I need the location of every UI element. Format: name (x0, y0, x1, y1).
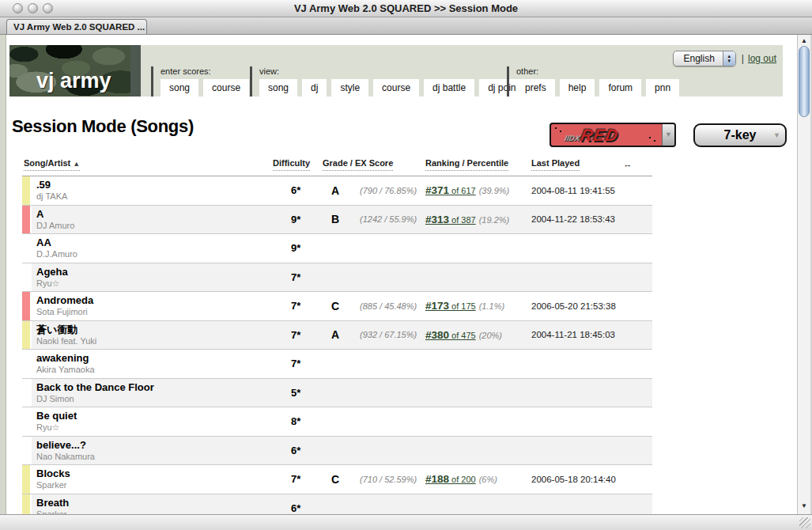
table-row: 蒼い衝動Naoki feat. Yuki7*A(932 / 67.15%)#38… (22, 321, 652, 350)
close-window-button[interactable] (13, 3, 23, 13)
nav-button-forum[interactable]: forum (599, 79, 641, 97)
song-title[interactable]: awakening (36, 352, 269, 365)
nav-group-label: enter scores: (161, 66, 211, 76)
table-row: AndromedaSota Fujimori7*C(885 / 45.48%)#… (22, 292, 652, 321)
row-marker (22, 206, 30, 234)
table-row: believe...?Nao Nakamura6* (22, 437, 652, 466)
rank-number: #380 (425, 329, 449, 341)
song-title[interactable]: .59 (36, 179, 269, 191)
song-title[interactable]: Andromeda (36, 294, 269, 307)
nav-button-style[interactable]: style (331, 79, 368, 97)
sort-ascending-icon: ▲ (73, 160, 80, 168)
last-played: 2004-08-11 19:41:55 (527, 186, 652, 195)
vertical-scrollbar[interactable]: ▲ ▼ (797, 35, 810, 514)
song-artist: DJ Amuro (36, 221, 269, 231)
row-marker (22, 234, 30, 263)
song-cell: ADJ Amuro (36, 206, 269, 234)
ranking-link[interactable]: #313 of 387 (425, 215, 476, 225)
song-title[interactable]: Blocks (36, 468, 269, 480)
scrollbar-thumb[interactable] (799, 46, 810, 117)
status-bar (0, 514, 812, 530)
column-header-last-played[interactable]: Last Played (531, 158, 580, 171)
song-artist: DJ Simon (36, 394, 269, 404)
ranking-link[interactable]: #188 of 200 (425, 475, 476, 484)
vj-army-logo[interactable]: vj army (9, 45, 141, 97)
difficulty-value: 7* (269, 473, 316, 485)
song-title[interactable]: A (36, 208, 269, 221)
site-header: vj army enter scores:songcourseview:song… (9, 45, 783, 97)
song-title[interactable]: AA (36, 237, 269, 249)
percentile: (19.2%) (479, 215, 510, 225)
minimize-window-button[interactable] (28, 3, 38, 13)
ranking-link[interactable]: #371 of 617 (425, 186, 476, 195)
language-select[interactable]: English ▲▼ (673, 51, 735, 66)
window-left-edge (0, 35, 6, 514)
logout-link[interactable]: log out (748, 53, 776, 64)
iidx-red-logo: IIDXRED (563, 126, 620, 145)
column-header-extra[interactable]: -- (625, 160, 630, 169)
difficulty-value: 6* (269, 502, 316, 514)
song-cell: 蒼い衝動Naoki feat. Yuki (36, 321, 269, 350)
resize-grip[interactable] (799, 517, 810, 528)
column-header-difficulty[interactable]: Difficulty (273, 158, 310, 171)
column-header-ranking[interactable]: Ranking / Percentile (425, 158, 508, 171)
nav-group-label: other: (516, 66, 538, 76)
grade-value: A (316, 184, 354, 197)
song-title[interactable]: 蒼い衝動 (36, 324, 269, 336)
song-artist: Ryu☆ (36, 422, 269, 433)
nav-button-course[interactable]: course (203, 79, 249, 97)
game-version-select[interactable]: IIDXRED ▼ (550, 123, 676, 147)
ranking-cell: #371 of 617(39.9%) (421, 184, 527, 196)
chevron-down-icon: ▼ (773, 125, 780, 146)
difficulty-value: 8* (269, 415, 316, 427)
last-played: 2004-11-21 18:45:03 (527, 330, 652, 339)
song-title[interactable]: Ageha (36, 266, 269, 278)
song-table: .59dj TAKA6*A(790 / 76.85%)#371 of 617(3… (22, 176, 652, 514)
decorative-dot (560, 131, 561, 132)
song-title[interactable]: Back to the Dance Floor (36, 381, 269, 394)
ranking-link[interactable]: #173 of 175 (425, 301, 476, 311)
song-title[interactable]: believe...? (36, 439, 269, 452)
difficulty-value: 7* (269, 329, 316, 341)
nav-buttons: prefshelpforumpnn (516, 79, 679, 97)
grade-value: C (316, 473, 354, 486)
song-artist: D.J.Amuro (36, 249, 269, 259)
browser-tab[interactable]: VJ Army Web 2.0 SQUARED ... (6, 19, 147, 34)
nav-button-dj[interactable]: dj (302, 79, 327, 97)
song-cell: Be quietRyu☆ (36, 407, 269, 436)
column-header-grade[interactable]: Grade / EX Score (323, 158, 393, 171)
session-controls: English ▲▼ | log out (673, 51, 776, 66)
scroll-up-arrow-icon[interactable]: ▲ (798, 36, 810, 46)
nav-button-course[interactable]: course (373, 79, 419, 97)
difficulty-value: 7* (269, 271, 316, 283)
song-title[interactable]: Be quiet (36, 410, 269, 422)
rank-number: #188 (425, 473, 449, 485)
browser-window: VJ Army Web 2.0 SQUARED >> Session Mode … (0, 0, 812, 530)
difficulty-value: 6* (269, 445, 316, 456)
table-row: BlocksSparker7*C(710 / 52.59%)#188 of 20… (22, 465, 652, 494)
rank-number: #173 (425, 300, 449, 312)
difficulty-value: 9* (269, 242, 316, 254)
last-played: 2006-05-18 20:14:40 (527, 475, 652, 484)
key-mode-select[interactable]: 7-key ▼ (693, 123, 787, 147)
ex-score: (710 / 52.59%) (354, 475, 421, 484)
column-header-song[interactable]: Song/Artist▲ (24, 158, 80, 171)
ranking-link[interactable]: #380 of 475 (425, 331, 476, 340)
nav-button-help[interactable]: help (560, 79, 595, 97)
nav-button-prefs[interactable]: prefs (516, 79, 555, 97)
song-title[interactable]: Breath (36, 497, 269, 509)
nav-button-dj-battle[interactable]: dj battle (424, 79, 474, 97)
nav-group: enter scores:songcourse (151, 66, 211, 97)
window-titlebar[interactable]: VJ Army Web 2.0 SQUARED >> Session Mode (0, 0, 812, 17)
zoom-window-button[interactable] (43, 3, 53, 13)
table-row: AAD.J.Amuro9* (22, 234, 652, 263)
scroll-down-arrow-icon[interactable]: ▼ (798, 501, 810, 511)
nav-button-song[interactable]: song (259, 79, 297, 97)
nav-button-pnn[interactable]: pnn (646, 79, 679, 97)
table-row: ADJ Amuro9*B(1242 / 55.9%)#313 of 387(19… (22, 206, 652, 235)
rank-number: #371 (425, 184, 449, 196)
song-cell: .59dj TAKA (36, 176, 269, 205)
nav-button-song[interactable]: song (161, 79, 198, 97)
logo-text: vj army (36, 69, 111, 93)
chevron-down-icon: ▼ (662, 124, 674, 146)
